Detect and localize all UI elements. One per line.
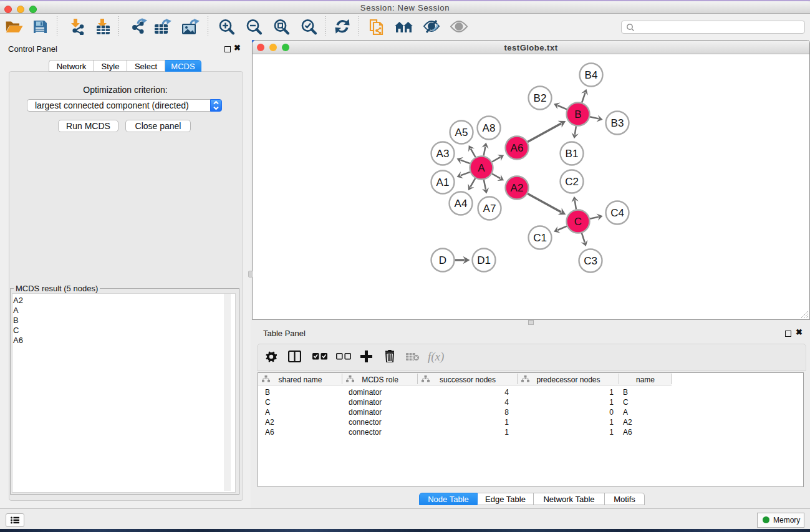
svg-text:B1: B1 [566, 148, 579, 160]
svg-text:A1: A1 [436, 177, 450, 188]
svg-text:D1: D1 [477, 254, 491, 266]
svg-text:B2: B2 [534, 92, 547, 104]
svg-text:B3: B3 [611, 117, 624, 129]
svg-text:D: D [439, 254, 446, 266]
svg-text:A8: A8 [483, 122, 496, 134]
svg-text:B: B [574, 109, 581, 120]
svg-text:C2: C2 [565, 176, 579, 188]
svg-text:A2: A2 [511, 182, 524, 194]
svg-text:C3: C3 [584, 255, 597, 267]
svg-text:A7: A7 [483, 203, 496, 215]
svg-text:C: C [574, 216, 582, 228]
svg-text:A6: A6 [511, 142, 524, 154]
svg-text:A4: A4 [455, 198, 468, 210]
svg-text:A: A [478, 162, 485, 174]
svg-text:B4: B4 [585, 69, 598, 81]
svg-text:C1: C1 [533, 232, 547, 244]
svg-text:A5: A5 [455, 127, 468, 138]
svg-text:A3: A3 [436, 148, 450, 160]
svg-text:C4: C4 [610, 207, 624, 219]
